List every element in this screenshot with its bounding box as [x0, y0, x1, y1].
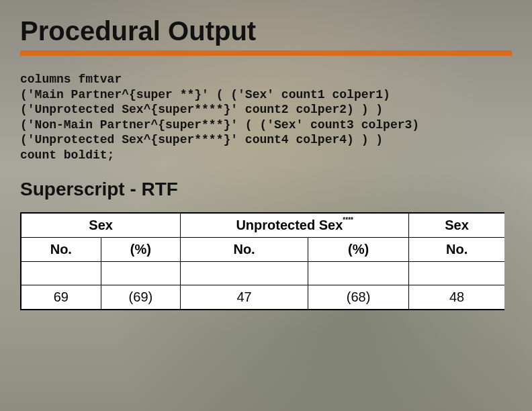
- cell-value: (69): [101, 285, 181, 310]
- code-line: ('Unprotected Sex^{super****}' count4 co…: [20, 133, 383, 146]
- code-line: ('Non-Main Partner^{super***}' ( ('Sex' …: [20, 118, 419, 132]
- code-line: ('Main Partner^{super **}' ( ('Sex' coun…: [20, 88, 390, 101]
- cell-value: 48: [409, 285, 504, 310]
- table-empty-row: [21, 262, 505, 285]
- rtf-table: Sex Unprotected Sex**** Sex No. (%) No. …: [20, 212, 504, 310]
- header-label: Unprotected Sex: [236, 218, 343, 232]
- code-line: count boldit;: [20, 148, 114, 162]
- cell-value: 69: [21, 285, 101, 310]
- superscript-stars-icon: ****: [343, 216, 353, 224]
- table-header-row-1: Sex Unprotected Sex**** Sex: [21, 214, 505, 238]
- cell-value: 47: [181, 285, 308, 310]
- cell-value: (68): [308, 285, 408, 310]
- code-line: ('Unprotected Sex^{super****}' count2 co…: [20, 103, 383, 116]
- col-header-sex-2: Sex: [409, 214, 504, 238]
- col-header-unprotected-sex: Unprotected Sex****: [181, 214, 409, 238]
- col-no-3: No.: [409, 238, 504, 262]
- code-line: columns fmtvar: [20, 73, 122, 86]
- col-no-1: No.: [21, 238, 101, 262]
- table-header-row-2: No. (%) No. (%) No.: [21, 238, 505, 262]
- title-rule: [20, 50, 512, 56]
- page-title: Procedural Output: [20, 16, 512, 46]
- col-pct-1: (%): [101, 238, 181, 262]
- table-row: 69 (69) 47 (68) 48: [21, 285, 505, 310]
- col-header-sex: Sex: [21, 214, 181, 238]
- col-pct-2: (%): [308, 238, 408, 262]
- slide: Procedural Output columns fmtvar ('Main …: [0, 0, 532, 310]
- section-heading: Superscript - RTF: [20, 179, 512, 200]
- col-no-2: No.: [181, 238, 308, 262]
- code-block: columns fmtvar ('Main Partner^{super **}…: [20, 72, 512, 163]
